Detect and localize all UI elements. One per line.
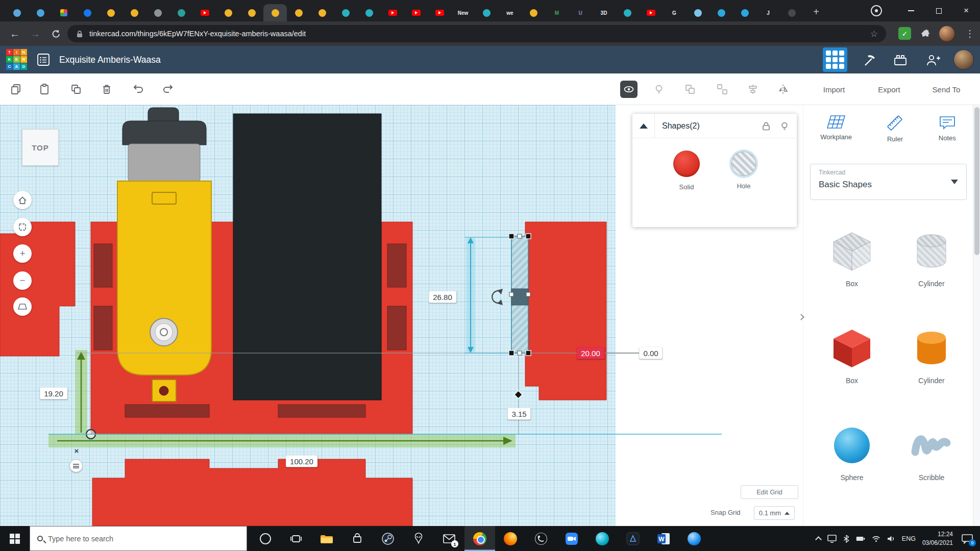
browser-tab[interactable]: 3D [592, 4, 616, 21]
browser-tab[interactable] [99, 4, 122, 21]
browser-tab[interactable] [76, 4, 99, 21]
browser-tab[interactable]: New [451, 4, 475, 21]
browser-tab[interactable]: M [545, 4, 569, 21]
close-button[interactable]: × [952, 0, 980, 21]
shape-scribble[interactable]: Scribble [907, 423, 956, 482]
sidebar-scrollbar[interactable] [973, 105, 980, 526]
bulb-icon[interactable] [651, 82, 667, 97]
microsoft-store-icon[interactable] [342, 526, 373, 551]
browser-tab[interactable] [29, 4, 52, 21]
yellow-extinguisher[interactable] [117, 108, 211, 402]
taskbar-search[interactable] [30, 526, 247, 551]
volume-icon[interactable] [887, 535, 895, 542]
dimension-width-field[interactable]: 26.80 [429, 291, 456, 303]
search-input[interactable] [48, 535, 216, 543]
capcut-icon[interactable] [587, 526, 618, 551]
shape-hole-cylinder[interactable]: Cylinder [907, 230, 956, 288]
minecraft-pickaxe-icon[interactable] [861, 52, 878, 69]
browser-tab[interactable] [616, 4, 639, 21]
rotate-handle-icon[interactable] [492, 289, 503, 305]
tray-clock[interactable]: 12:24 03/06/2021 [922, 530, 953, 546]
design-properties-icon[interactable] [37, 53, 50, 66]
start-button[interactable] [0, 526, 30, 551]
red-shape-left[interactable] [0, 222, 75, 356]
new-tab-button[interactable]: + [808, 4, 824, 19]
dimension-height-field[interactable]: 20.00 [577, 347, 604, 359]
fit-view-button[interactable] [13, 218, 32, 236]
bookmark-star-icon[interactable]: ☆ [870, 29, 878, 39]
browser-profile-avatar[interactable] [939, 26, 954, 41]
browser-tab[interactable] [428, 4, 451, 21]
chrome-icon[interactable] [464, 526, 495, 551]
extension-check-icon[interactable]: ✓ [898, 27, 911, 40]
sidebar-collapse-chevron[interactable] [795, 309, 806, 324]
ruler-menu-button[interactable] [69, 459, 83, 472]
minimize-button[interactable] [897, 0, 925, 21]
blocks-view-button[interactable] [823, 47, 847, 72]
editor-app-icon[interactable] [618, 526, 648, 551]
browser-tab[interactable]: J [756, 4, 780, 21]
shape-library-dropdown[interactable]: Tinkercad Basic Shapes [810, 164, 967, 200]
video-app-icon[interactable] [556, 526, 587, 551]
edit-grid-button[interactable]: Edit Grid [741, 485, 798, 499]
tray-expand-icon[interactable] [815, 536, 822, 543]
tinkercad-logo[interactable]: TINKERCAD [6, 49, 27, 70]
design-title[interactable]: Exquisite Amberis-Waasa [59, 46, 161, 73]
zoom-out-button[interactable]: − [13, 271, 32, 290]
refresh-icon[interactable] [47, 25, 64, 42]
red-shape-right[interactable] [525, 222, 606, 400]
solid-option[interactable]: Solid [673, 151, 700, 191]
dimension-left-field[interactable]: 19.20 [40, 388, 67, 399]
tray-language[interactable]: ENG [902, 535, 916, 542]
import-button[interactable]: Import [823, 73, 845, 105]
ungroup-icon[interactable] [715, 82, 730, 97]
align-icon[interactable] [745, 82, 761, 97]
snap-grid-dropdown[interactable]: 0.1 mm [754, 506, 795, 520]
obs-icon[interactable] [526, 526, 556, 551]
show-hide-eye-icon[interactable] [620, 81, 638, 98]
browser-tab[interactable] [287, 4, 310, 21]
bluetooth-icon[interactable] [843, 535, 849, 543]
redo-icon[interactable] [160, 82, 176, 97]
action-center-icon[interactable]: 9 [960, 531, 975, 546]
browser-tab[interactable] [334, 4, 357, 21]
shape-orange-cylinder[interactable]: Cylinder [907, 327, 956, 385]
notes-tool[interactable]: Notes [938, 114, 957, 143]
view-cube[interactable]: TOP [22, 129, 59, 166]
browser-tab[interactable] [240, 4, 263, 21]
dark-box-shape[interactable] [233, 114, 381, 400]
url-bar[interactable]: tinkercad.com/things/6kEpW7fENxY-exquisi… [67, 25, 886, 42]
wifi-icon[interactable] [872, 535, 880, 542]
send-to-button[interactable]: Send To [933, 73, 961, 105]
browser-tab[interactable] [357, 4, 381, 21]
hole-option[interactable]: Hole [731, 151, 756, 191]
browser-tab[interactable] [146, 4, 169, 21]
undo-icon[interactable] [131, 82, 146, 97]
browser-tab[interactable]: we [498, 4, 522, 21]
file-explorer-icon[interactable] [311, 526, 342, 551]
browser-tab[interactable] [522, 4, 545, 21]
back-icon[interactable]: ← [6, 25, 23, 42]
steam-icon[interactable] [373, 526, 403, 551]
bulb-visibility-icon[interactable] [779, 121, 790, 131]
user-avatar[interactable] [953, 49, 974, 70]
browser-menu-kebab-icon[interactable]: ⋮ [964, 26, 976, 42]
scrollbar-thumb[interactable] [974, 107, 979, 255]
delete-icon[interactable] [99, 82, 114, 97]
browser-tab[interactable]: G [663, 4, 686, 21]
shape-hole-box[interactable]: Box [827, 230, 876, 288]
browser-tab[interactable] [733, 4, 756, 21]
browser-tab[interactable]: U [569, 4, 592, 21]
blue-sphere-app-icon[interactable] [679, 526, 709, 551]
workplane-tool[interactable]: Workplane [820, 114, 852, 143]
browser-tab[interactable] [5, 4, 29, 21]
shape-sphere[interactable]: Sphere [827, 423, 876, 482]
browser-tab[interactable] [310, 4, 334, 21]
browser-tab[interactable] [169, 4, 193, 21]
browser-tab[interactable] [193, 4, 216, 21]
battery-icon[interactable] [856, 536, 865, 542]
paste-icon[interactable] [37, 82, 52, 97]
media-controls-icon[interactable] [871, 5, 882, 16]
browser-tab[interactable] [52, 4, 76, 21]
shape-red-box[interactable]: Box [827, 327, 876, 385]
